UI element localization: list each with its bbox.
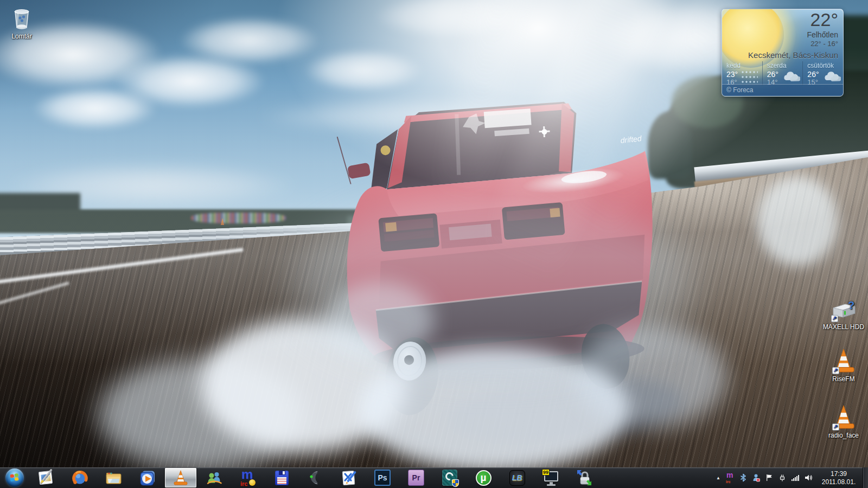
windows-logo-icon: [10, 473, 19, 483]
desktop-icon-risefm[interactable]: RiseFM: [820, 347, 867, 383]
messenger-icon: [206, 469, 223, 486]
vlc-cone-icon: [831, 403, 856, 431]
shortcut-arrow-icon: [832, 423, 839, 431]
premiere-icon: Pr: [408, 470, 424, 486]
shortcut-arrow-icon: [832, 367, 839, 374]
clock-time: 17:39: [815, 470, 863, 478]
forecast-row: kedd 23° 16° szerda 26° 14° csütörtök 26…: [722, 61, 843, 85]
taskbar-button-utorrent[interactable]: µ: [468, 468, 499, 487]
forecast-day-thursday[interactable]: csütörtök 26° 15°: [802, 61, 843, 85]
photoshop-icon: Ps: [374, 470, 391, 486]
weather-location: Kecskemét, Bács-Kiskun: [748, 50, 838, 60]
start-button[interactable]: [5, 468, 24, 487]
show-desktop-button[interactable]: [863, 467, 868, 488]
firefox-icon: [71, 469, 88, 486]
desktop-icon-maxell-hdd[interactable]: ? MAXELL HDD: [820, 299, 867, 331]
taskbar: m irc: [0, 467, 868, 488]
hdd-icon: ?: [830, 299, 857, 322]
taskbar-button-lb-app[interactable]: LB: [501, 468, 533, 487]
clock-date: 2011.08.01.: [815, 478, 863, 486]
recycle-bin-icon: [10, 5, 34, 31]
cloud-icon: [782, 70, 800, 84]
temperature-range: 22° - 16°: [810, 40, 838, 48]
document-pen-icon: [340, 469, 358, 486]
desktop-icon-label: RiseFM: [832, 375, 854, 383]
utorrent-icon: µ: [476, 470, 492, 486]
system-tray: m irc: [713, 467, 868, 488]
taskbar-button-firefox[interactable]: [64, 468, 95, 487]
taskbar-button-windows-media-player[interactable]: [131, 468, 163, 487]
show-hidden-icons-button[interactable]: [713, 467, 724, 488]
uac-shield-icon: [452, 479, 459, 487]
volume-icon[interactable]: [802, 467, 815, 488]
action-center-flag-icon[interactable]: [763, 467, 776, 488]
desktop-icon-radio-face[interactable]: radio_face: [820, 403, 867, 439]
desktop-icon-label: Lomtár: [11, 33, 31, 40]
taskbar-button-photoshop[interactable]: Ps: [367, 468, 398, 487]
hdd-question-mark: ?: [848, 299, 854, 311]
taskbar-button-document-editor[interactable]: [333, 468, 365, 487]
photo-editor-icon: [37, 469, 55, 486]
rain-icon: [742, 70, 760, 84]
teamspeak-icon: [307, 469, 324, 486]
desktop-screen: drifted Lomtár: [0, 0, 868, 488]
vlc-cone-icon: [173, 470, 189, 486]
taskbar-clock[interactable]: 17:39 2011.08.01.: [815, 470, 863, 486]
forecast-day-tuesday[interactable]: kedd 23° 16°: [722, 61, 762, 85]
shortcut-arrow-icon: [831, 315, 838, 322]
desktop-icon-label: MAXELL HDD: [823, 323, 864, 331]
taskbar-button-messenger[interactable]: [199, 468, 230, 487]
network-signal-icon[interactable]: [789, 467, 802, 488]
taskbar-button-windows-explorer[interactable]: [98, 468, 129, 487]
messenger-status-icon[interactable]: [750, 467, 763, 488]
taskbar-button-teamspeak[interactable]: [299, 468, 331, 487]
distant-smoke: [757, 176, 838, 266]
weather-gadget[interactable]: 22° Felhőtlen 22° - 16° Kecskemét, Bács-…: [722, 9, 844, 97]
padlock-sync-icon: [576, 469, 593, 486]
tray-mirc-icon[interactable]: m irc: [724, 467, 737, 488]
monitor-icon: 99: [542, 469, 559, 486]
power-plug-icon[interactable]: [776, 467, 789, 488]
taskbar-button-photo-editor[interactable]: [30, 468, 62, 487]
weather-condition: Felhőtlen: [807, 30, 838, 39]
desktop-icon-label: radio_face: [828, 432, 859, 439]
smiley-icon: [249, 479, 256, 486]
game-booster-icon: [442, 470, 457, 486]
current-temperature: 22°: [810, 9, 838, 30]
floppy-disk-icon: [273, 469, 290, 486]
taskbar-button-vlc-active[interactable]: [165, 468, 196, 487]
lb-app-icon: LB: [509, 470, 525, 486]
taskbar-button-mirc[interactable]: m irc: [232, 468, 264, 487]
desktop-icon-recycle-bin[interactable]: Lomtár: [0, 5, 45, 40]
fps-badge: 99: [542, 469, 550, 476]
mirc-icon: m irc: [239, 469, 257, 486]
wmp-icon: [138, 469, 156, 486]
taskbar-button-premiere[interactable]: Pr: [400, 468, 432, 487]
bluetooth-icon[interactable]: [737, 467, 750, 488]
taskbar-button-fps-monitor[interactable]: 99: [535, 468, 566, 487]
taskbar-button-floppy-tool[interactable]: [266, 468, 297, 487]
foreca-credit: © Foreca: [722, 84, 843, 96]
cloud-icon: [822, 70, 841, 84]
vlc-cone-icon: [831, 347, 856, 374]
taskbar-button-game-booster[interactable]: [434, 468, 465, 487]
forecast-day-wednesday[interactable]: szerda 26° 14°: [762, 61, 803, 85]
folder-icon: [105, 469, 122, 486]
haze: [293, 195, 694, 374]
taskbar-button-secure-transfer[interactable]: [569, 468, 600, 487]
